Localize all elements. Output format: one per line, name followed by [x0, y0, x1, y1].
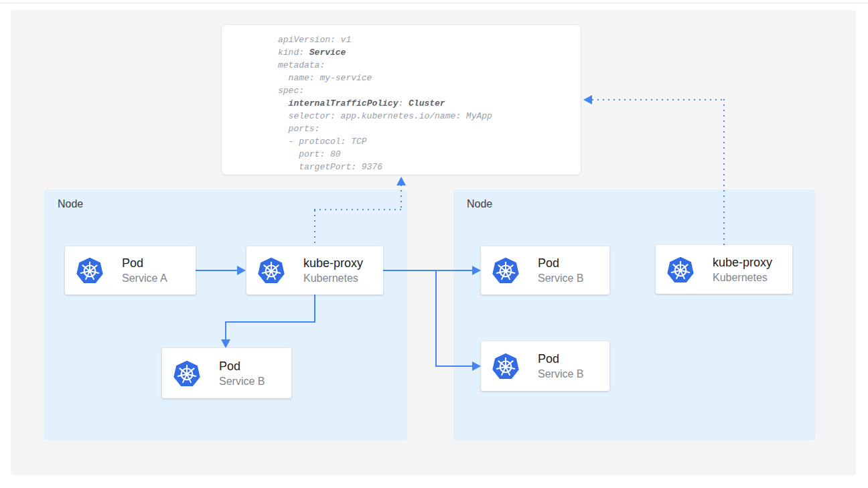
card-title: Pod [538, 351, 583, 367]
arrow-kubeproxy-to-pod-b-top [383, 270, 472, 271]
card-pod-service-b-right-bottom: Pod Service B [481, 341, 609, 391]
card-kube-proxy-left: kube-proxy Kubernetes [246, 246, 383, 295]
card-text: Pod Service A [122, 256, 167, 285]
card-title: Pod [122, 256, 167, 271]
arrowhead-right-icon [472, 361, 481, 371]
card-text: Pod Service B [538, 256, 583, 285]
yaml-code: apiVersion: v1kind: Servicemetadata: nam… [278, 33, 492, 173]
card-title: kube-proxy [713, 255, 772, 270]
kubernetes-icon [172, 359, 202, 388]
node-label: Node [58, 198, 83, 210]
card-pod-service-a: Pod Service A [65, 246, 196, 295]
dotted-horizontal-right [592, 99, 724, 100]
card-kube-proxy-right: kube-proxy Kubernetes [656, 245, 792, 294]
card-title: Pod [219, 359, 265, 374]
kubernetes-icon [257, 256, 286, 285]
dotted-into-yaml-bottom [401, 185, 402, 210]
arrow-kubeproxy-to-pod-b-bottom [435, 365, 472, 367]
arrow-kubeproxy-leftward [225, 321, 315, 323]
dotted-horizontal-left [314, 209, 401, 210]
kubernetes-icon [666, 255, 695, 284]
node-panel-right: Node [453, 189, 816, 440]
dotted-kubeproxy-right-up [723, 99, 725, 245]
card-text: Pod Service B [538, 351, 583, 381]
arrowhead-right-icon [472, 266, 481, 275]
card-subtitle: Kubernetes [713, 270, 772, 284]
card-subtitle: Service B [219, 374, 265, 388]
kubernetes-icon [75, 256, 104, 285]
arrowhead-down-icon [221, 339, 230, 348]
card-subtitle: Service B [538, 271, 583, 285]
card-text: kube-proxy Kubernetes [303, 256, 363, 285]
card-text: kube-proxy Kubernetes [713, 255, 772, 284]
arrowhead-up-icon [396, 177, 406, 185]
card-text: Pod Service B [219, 359, 265, 388]
card-title: kube-proxy [303, 256, 363, 271]
dotted-kubeproxy-left-up [314, 210, 315, 246]
node-label: Node [467, 198, 492, 210]
arrow-branch-vertical [435, 270, 437, 367]
card-subtitle: Kubernetes [303, 271, 363, 285]
card-title: Pod [538, 256, 583, 271]
card-pod-service-b-right-top: Pod Service B [481, 246, 609, 295]
card-subtitle: Service A [122, 271, 167, 285]
kubernetes-icon [491, 256, 520, 285]
top-divider [0, 3, 868, 3]
arrow-pod-a-to-kubeproxy [196, 270, 237, 271]
card-subtitle: Service B [538, 367, 583, 381]
arrow-kubeproxy-down [314, 295, 315, 323]
arrowhead-right-icon [237, 266, 246, 275]
arrow-into-pod-b-left [225, 321, 226, 340]
node-panel-left: Node [44, 189, 407, 440]
arrowhead-left-icon [583, 95, 592, 104]
kubernetes-icon [491, 351, 520, 381]
diagram-canvas: apiVersion: v1kind: Servicemetadata: nam… [11, 10, 856, 475]
card-pod-service-b-left: Pod Service B [162, 348, 291, 398]
service-yaml-card: apiVersion: v1kind: Servicemetadata: nam… [221, 24, 581, 175]
